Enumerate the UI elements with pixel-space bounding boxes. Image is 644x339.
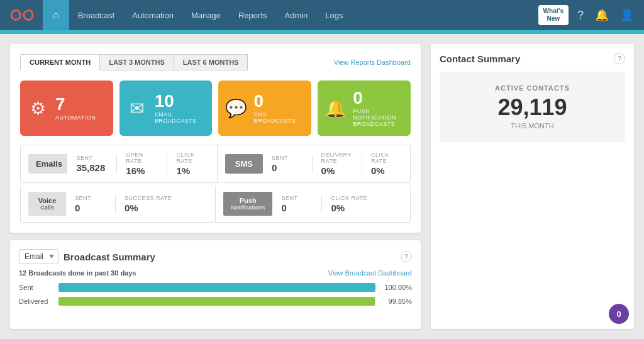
tile-sms-number: 0 — [253, 92, 305, 110]
push-click-rate-group: CLICK RATE 0% — [331, 195, 367, 213]
voice-success-rate-label: SUCCESS RATE — [125, 195, 172, 201]
bar-delivered-track — [58, 297, 375, 306]
broadcast-summary-title: Broadcast Summary — [64, 252, 396, 262]
bar-sent-label: Sent — [19, 284, 53, 291]
nav-home-button[interactable]: ⌂ — [43, 0, 69, 30]
push-stats: Push Notifications SENT 0 CLICK RATE 0% — [216, 186, 410, 222]
sms-click-rate-value: 0% — [371, 165, 385, 176]
push-sent-label: SENT — [281, 195, 297, 201]
divider — [362, 155, 362, 174]
voice-stats: Voice Calls SENT 0 SUCCESS RATE 0% — [21, 186, 216, 222]
right-panel: Contact Summary ? ACTIVE CONTACTS 29,119… — [431, 44, 634, 329]
push-click-rate-value: 0% — [331, 203, 345, 213]
gear-icon: ⚙ — [26, 98, 49, 119]
email-click-rate-value: 1% — [176, 165, 190, 176]
tile-sms[interactable]: 💬 0 SMS BROADCASTS — [218, 81, 311, 136]
voice-sent-label: SENT — [75, 195, 91, 201]
broadcast-summary-header: Email SMS Push Voice Broadcast Summary ? — [19, 249, 412, 264]
left-panel: CURRENT MONTH LAST 3 MONTHS LAST 6 MONTH… — [10, 44, 421, 329]
whats-new-button[interactable]: What's New — [538, 5, 569, 25]
stats-row-2: Voice Calls SENT 0 SUCCESS RATE 0% — [20, 186, 411, 223]
divider — [312, 155, 313, 174]
nav-admin[interactable]: Admin — [276, 0, 317, 30]
nav-automation[interactable]: Automation — [123, 0, 182, 30]
tile-sms-label: SMS BROADCASTS — [253, 111, 305, 124]
sms-sent-group: SENT 0 — [272, 155, 303, 173]
tab-last-6-months[interactable]: LAST 6 MONTHS — [174, 54, 248, 70]
email-open-rate-group: OPEN RATE 16% — [126, 152, 158, 176]
sms-sent-value: 0 — [272, 162, 277, 173]
broadcast-tiles: ⚙ 7 AUTOMATION ✉ 10 EMAIL BROADCASTS 💬 — [20, 81, 411, 136]
broadcast-bar-delivered: Delivered 99.85% — [19, 297, 412, 306]
nav-broadcast[interactable]: Broadcast — [69, 0, 124, 30]
sms-sent-label: SENT — [272, 155, 288, 161]
tile-email[interactable]: ✉ 10 EMAIL BROADCASTS — [119, 81, 213, 136]
sms-delivery-rate-label: DELIVERY RATE — [321, 152, 353, 164]
email-sent-value: 35,828 — [76, 162, 105, 173]
bell-icon[interactable]: 🔔 — [592, 6, 611, 25]
email-open-rate-label: OPEN RATE — [126, 152, 158, 164]
tab-last-3-months[interactable]: LAST 3 MONTHS — [99, 54, 174, 70]
logo — [8, 5, 35, 25]
main-content: CURRENT MONTH LAST 3 MONTHS LAST 6 MONTH… — [0, 34, 644, 339]
sms-stats: SMS SENT 0 DELIVERY RATE 0% CLICK RATE 0… — [218, 145, 410, 182]
tab-current-month[interactable]: CURRENT MONTH — [20, 54, 100, 70]
sms-delivery-rate-group: DELIVERY RATE 0% — [321, 152, 353, 176]
divider — [167, 155, 167, 174]
bar-sent-track — [58, 283, 375, 292]
email-sent-group: SENT 35,828 — [76, 155, 108, 173]
notification-bubble[interactable]: 0 — [609, 304, 629, 324]
push-icon: 🔔 — [324, 98, 347, 119]
nav-right: What's New ? 🔔 👤 — [538, 5, 636, 25]
tile-email-number: 10 — [155, 92, 206, 110]
sms-delivery-rate-value: 0% — [321, 165, 335, 176]
nav-logs[interactable]: Logs — [316, 0, 352, 30]
nav-manage[interactable]: Manage — [182, 0, 230, 30]
sms-icon: 💬 — [225, 98, 247, 119]
navbar: ⌂ Broadcast Automation Manage Reports Ad… — [0, 0, 644, 30]
email-click-rate-label: CLICK RATE — [176, 152, 209, 164]
broadcast-type-select[interactable]: Email SMS Push Voice — [19, 249, 58, 264]
email-sent-label: SENT — [76, 155, 92, 161]
active-contacts-label: ACTIVE CONTACTS — [452, 84, 613, 92]
push-sent-value: 0 — [281, 203, 286, 213]
view-reports-link[interactable]: View Reports Dashboard — [334, 58, 411, 66]
active-contacts-box: ACTIVE CONTACTS 29,119 THIS MONTH — [440, 72, 625, 142]
voice-sent-value: 0 — [75, 203, 80, 213]
contact-summary-help[interactable]: ? — [614, 53, 625, 64]
email-click-rate-group: CLICK RATE 1% — [176, 152, 209, 176]
emails-label: Emails — [28, 154, 67, 174]
bar-delivered-fill — [58, 297, 375, 306]
sms-label: SMS — [225, 154, 263, 174]
broadcast-dashboard-link[interactable]: View Broadcast Dashboard — [328, 269, 412, 277]
tile-automation-number: 7 — [55, 96, 107, 113]
broadcast-summary-help[interactable]: ? — [401, 251, 412, 262]
bar-delivered-label: Delivered — [19, 297, 53, 305]
period-tabs: CURRENT MONTH LAST 3 MONTHS LAST 6 MONTH… — [20, 54, 411, 70]
help-icon[interactable]: ? — [575, 6, 586, 25]
voice-sent-group: SENT 0 — [75, 195, 106, 213]
email-stats: Emails SENT 35,828 OPEN RATE 16% CLICK R… — [21, 145, 218, 182]
tile-automation[interactable]: ⚙ 7 AUTOMATION — [20, 81, 113, 136]
voice-label: Voice Calls — [28, 192, 66, 216]
broadcast-summary-card: Email SMS Push Voice Broadcast Summary ?… — [10, 240, 421, 329]
tile-push[interactable]: 🔔 0 PUSH NOTIFICATION BROADCASTS — [318, 81, 411, 136]
nav-reports[interactable]: Reports — [230, 0, 276, 30]
contact-summary-card: Contact Summary ? ACTIVE CONTACTS 29,119… — [431, 44, 634, 329]
broadcast-summary-subheader: 12 Broadcasts done in past 30 days View … — [19, 269, 412, 277]
nav-links: Broadcast Automation Manage Reports Admi… — [69, 0, 538, 30]
voice-success-rate-group: SUCCESS RATE 0% — [125, 195, 172, 213]
bar-sent-pct: 100.00% — [380, 284, 412, 291]
push-click-rate-label: CLICK RATE — [331, 195, 367, 201]
push-label: Push Notifications — [223, 192, 273, 216]
broadcast-bar-sent: Sent 100.00% — [19, 283, 412, 292]
contact-summary-title: Contact Summary — [440, 53, 520, 64]
push-sent-group: SENT 0 — [281, 195, 313, 213]
tile-automation-label: AUTOMATION — [55, 114, 107, 121]
home-icon: ⌂ — [53, 9, 59, 21]
divider — [321, 194, 322, 213]
dashboard-card: CURRENT MONTH LAST 3 MONTHS LAST 6 MONTH… — [10, 44, 421, 233]
divider — [116, 155, 117, 174]
voice-success-rate-value: 0% — [125, 203, 138, 213]
user-icon[interactable]: 👤 — [618, 6, 636, 25]
